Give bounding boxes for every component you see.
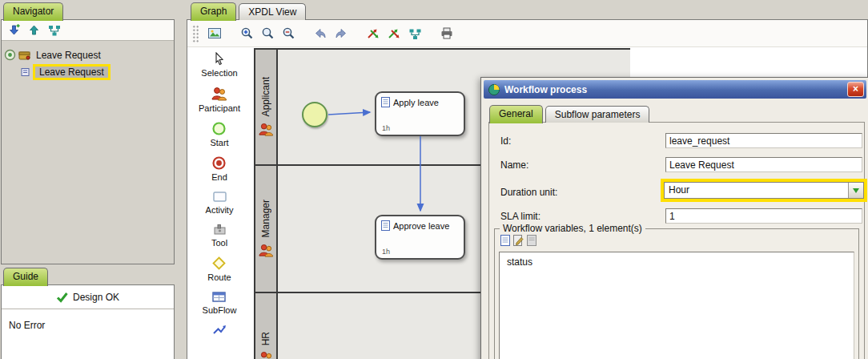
navigator-toolbar bbox=[2, 20, 174, 41]
duration-unit-label: Duration unit: bbox=[500, 187, 557, 198]
tool-palette: Selection Participant Start End Activity… bbox=[187, 47, 251, 359]
palette-item-subflow[interactable]: SubFlow bbox=[203, 290, 237, 315]
print-icon[interactable] bbox=[436, 23, 457, 44]
variables-list[interactable]: status bbox=[499, 252, 854, 359]
palette-item-end[interactable]: End bbox=[211, 155, 227, 182]
palette-item-route[interactable]: Route bbox=[207, 256, 231, 282]
zoom-in-icon[interactable] bbox=[236, 23, 257, 44]
navigator-tab-strip: Navigator bbox=[3, 2, 63, 20]
toolbar-separator bbox=[225, 23, 236, 44]
delete-variable-icon[interactable] bbox=[527, 235, 536, 246]
tab-general[interactable]: General bbox=[489, 105, 543, 123]
toolbar-separator bbox=[425, 23, 436, 44]
palette-item-selection[interactable]: Selection bbox=[201, 52, 237, 78]
graph-toolbar bbox=[187, 20, 867, 47]
lane-header[interactable]: Applicant bbox=[255, 50, 278, 164]
participant-icon bbox=[258, 350, 274, 359]
redo-icon[interactable] bbox=[331, 23, 352, 44]
palette-item-transition[interactable] bbox=[212, 323, 227, 337]
participant-icon bbox=[211, 86, 227, 102]
lane-header[interactable]: Manager bbox=[255, 166, 278, 292]
toolbar-drag-handle[interactable] bbox=[191, 24, 199, 43]
activity-approve-leave[interactable]: Approve leave 1h bbox=[375, 215, 465, 260]
undo-icon[interactable] bbox=[310, 23, 331, 44]
duration-unit-value: Hour bbox=[665, 183, 848, 198]
activity-apply-leave[interactable]: Apply leave 1h bbox=[375, 91, 465, 136]
check-icon bbox=[56, 292, 68, 303]
end-icon bbox=[211, 155, 227, 171]
start-event-node[interactable] bbox=[302, 102, 328, 127]
id-label: Id: bbox=[500, 135, 511, 147]
activity-doc-icon bbox=[381, 220, 390, 231]
duration-unit-select[interactable]: Hour bbox=[664, 182, 864, 199]
subflow-icon bbox=[211, 290, 227, 304]
lane-header[interactable]: HR bbox=[255, 293, 278, 359]
package-status-icon bbox=[4, 49, 16, 61]
activity-duration: 1h bbox=[382, 124, 390, 132]
guide-tab-strip: Guide bbox=[3, 267, 48, 285]
transition-icon bbox=[212, 323, 227, 337]
zoom-actual-icon[interactable] bbox=[257, 23, 278, 44]
palette-item-activity[interactable]: Activity bbox=[206, 190, 234, 215]
toolbar-separator bbox=[299, 23, 310, 44]
dialog-tab-strip: General Subflow parameters bbox=[489, 103, 649, 123]
app-window: Leave Request Leave Request Navigator De… bbox=[0, 0, 868, 359]
guide-panel: Design OK No Error bbox=[1, 284, 175, 359]
crossed-arrows-green-icon[interactable] bbox=[384, 23, 404, 44]
guide-message: No Error bbox=[2, 309, 174, 341]
tab-subflow-parameters[interactable]: Subflow parameters bbox=[545, 106, 650, 123]
activity-doc-icon bbox=[381, 97, 390, 107]
variable-item-status[interactable]: status bbox=[500, 252, 854, 272]
tree-row-process[interactable]: Leave Request bbox=[4, 63, 171, 80]
palette-item-start[interactable]: Start bbox=[210, 121, 228, 147]
navigator-panel: Leave Request Leave Request bbox=[1, 19, 175, 264]
activity-label: Approve leave bbox=[393, 221, 449, 231]
guide-status-label: Design OK bbox=[73, 292, 119, 303]
tab-navigator[interactable]: Navigator bbox=[3, 2, 63, 21]
move-down-icon[interactable] bbox=[7, 23, 21, 37]
activity-label: Apply leave bbox=[393, 98, 439, 107]
id-input[interactable] bbox=[665, 133, 862, 148]
tab-graph[interactable]: Graph bbox=[191, 2, 236, 21]
tree-row-root[interactable]: Leave Request bbox=[4, 46, 171, 63]
export-image-icon[interactable] bbox=[204, 23, 225, 44]
crossed-arrows-red-icon[interactable] bbox=[363, 23, 384, 44]
participant-icon bbox=[258, 122, 274, 137]
process-icon bbox=[21, 67, 30, 77]
palette-item-label: SubFlow bbox=[203, 305, 237, 315]
activity-duration: 1h bbox=[382, 248, 390, 256]
dialog-titlebar[interactable]: Workflow process × bbox=[484, 80, 866, 99]
palette-item-label: Start bbox=[210, 138, 228, 147]
name-input[interactable] bbox=[665, 157, 862, 172]
palette-item-label: Participant bbox=[199, 103, 240, 113]
palette-item-tool[interactable]: Tool bbox=[211, 223, 227, 248]
tab-xpdl-view[interactable]: XPDL View bbox=[239, 3, 306, 20]
duration-unit-highlight: Hour bbox=[661, 179, 867, 202]
palette-item-participant[interactable]: Participant bbox=[199, 86, 240, 113]
new-variable-icon[interactable] bbox=[500, 235, 510, 246]
palette-item-label: Tool bbox=[211, 238, 227, 248]
palette-item-label: Selection bbox=[201, 68, 237, 78]
dropdown-arrow-icon[interactable] bbox=[848, 183, 863, 198]
sla-limit-label: SLA limit: bbox=[500, 211, 540, 222]
guide-status-row: Design OK bbox=[2, 285, 174, 309]
variables-group-title: Workflow variables, 1 element(s) bbox=[500, 223, 645, 234]
tree-item-root-label[interactable]: Leave Request bbox=[34, 49, 103, 62]
tree-item-process-label[interactable]: Leave Request bbox=[33, 64, 111, 80]
close-icon[interactable]: × bbox=[847, 82, 864, 97]
sla-limit-input[interactable] bbox=[665, 208, 862, 224]
participant-icon bbox=[258, 243, 274, 258]
edit-variable-icon[interactable] bbox=[513, 235, 524, 246]
palette-item-label: End bbox=[211, 172, 227, 182]
variables-toolbar bbox=[500, 235, 536, 246]
app-logo-icon bbox=[488, 83, 500, 96]
move-up-icon[interactable] bbox=[27, 23, 41, 37]
hierarchy-view-icon[interactable] bbox=[404, 23, 425, 44]
tab-guide[interactable]: Guide bbox=[3, 268, 48, 286]
route-icon bbox=[211, 256, 227, 271]
lane-label: Applicant bbox=[260, 77, 271, 116]
hierarchy-icon[interactable] bbox=[47, 23, 61, 37]
toolbar-separator bbox=[352, 23, 363, 44]
workspace-tab-strip: Graph XPDL View bbox=[191, 2, 306, 20]
zoom-out-icon[interactable] bbox=[278, 23, 299, 44]
